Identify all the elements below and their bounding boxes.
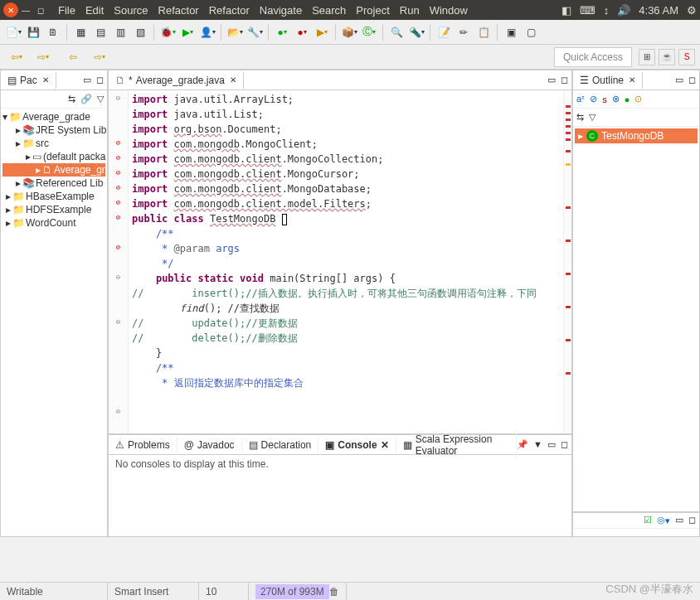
menu-refactor[interactable]: Refactor (209, 4, 250, 17)
minimize-icon[interactable]: ▭ (675, 75, 683, 85)
maximize-icon[interactable]: ◻ (688, 515, 696, 526)
run-button[interactable]: ▶▾ (179, 24, 196, 41)
tree-item[interactable]: ▸📚Referenced Lib (2, 177, 105, 190)
tab-declaration[interactable]: ▤ Declaration (242, 437, 319, 453)
clock[interactable]: 4:36 AM (639, 4, 678, 17)
nav-fwd-button[interactable]: ⇨▾ (32, 49, 55, 65)
dropbox-icon[interactable]: ◧ (561, 4, 571, 17)
maximize-icon[interactable]: ◻ (561, 439, 568, 450)
new-button[interactable]: 📄▾ (5, 24, 22, 41)
maximize-icon[interactable]: ◻ (33, 2, 48, 17)
tree-item[interactable]: ▸🗋Average_gra (2, 163, 105, 177)
tool-6[interactable]: 🔧▾ (246, 24, 263, 41)
tree-item[interactable]: ▸📁src (2, 137, 105, 150)
tool-9[interactable]: 📋 (475, 24, 492, 41)
close-icon[interactable]: ✕ (3, 2, 18, 17)
tree-item[interactable]: ▸📁HBaseExample (2, 190, 105, 203)
code-area[interactable]: import java.util.ArrayList;import java.u… (129, 90, 563, 433)
debug-button[interactable]: 🐞▾ (159, 24, 176, 41)
nav-back-button[interactable]: ⇦▾ (5, 49, 28, 65)
nav-next-button[interactable]: ⇨▾ (88, 49, 111, 65)
nav-last-button[interactable]: ⇦ (61, 49, 85, 65)
overview-ruler[interactable] (563, 90, 571, 433)
display-console-icon[interactable]: ▼ (533, 439, 542, 450)
pin-console-icon[interactable]: 📌 (517, 439, 528, 450)
coverage-button[interactable]: 👤▾ (199, 24, 216, 41)
status-memory[interactable]: 270M of 993M 🗑 (249, 583, 347, 600)
save-all-button[interactable]: 🗎 (45, 24, 61, 41)
tree-item[interactable]: ▸📁HDFSExample (2, 203, 105, 216)
close-icon[interactable]: ✕ (42, 75, 49, 85)
search-button[interactable]: 🔦▾ (408, 24, 425, 41)
quick-access-input[interactable]: Quick Access (554, 47, 632, 67)
close-icon[interactable]: ✕ (230, 75, 236, 85)
tree-item[interactable]: ▸📚JRE System Lib (2, 123, 105, 137)
maximize-icon[interactable]: ◻ (561, 75, 568, 85)
run-green-icon[interactable]: ●▾ (274, 24, 290, 41)
project-root[interactable]: ▾📁Average_grade (2, 110, 105, 123)
menu-search[interactable]: Search (312, 4, 346, 17)
close-icon[interactable]: ✕ (629, 75, 635, 85)
open-type-button[interactable]: 🔍 (388, 24, 405, 41)
scala-perspective-icon[interactable]: S (678, 49, 695, 65)
new-class-button[interactable]: Ⓒ▾ (361, 24, 377, 41)
keyboard-icon[interactable]: ⌨ (580, 4, 595, 17)
tab-problems[interactable]: ⚠ Problems (109, 437, 177, 453)
hide-fields-icon[interactable]: ⊘ (590, 94, 597, 104)
menu-edit[interactable]: Edit (85, 4, 104, 17)
hide-nonpublic-icon[interactable]: ⊗ (612, 94, 620, 104)
tree-item[interactable]: ▸▭(default packa (2, 150, 105, 163)
tasks-icon[interactable]: ☑ (644, 515, 652, 526)
tool-5[interactable]: 📂▾ (226, 24, 243, 41)
menu-refactor[interactable]: Refactor (158, 4, 199, 17)
link-icon[interactable]: ⇆ (576, 112, 584, 123)
tool-8[interactable]: ✏ (455, 24, 472, 41)
editor-tab[interactable]: 🗋 *Average_grade.java ✕ (109, 72, 244, 89)
tab-console[interactable]: ▣ Console ✕ (318, 437, 396, 453)
focus-icon[interactable]: ⊙ (634, 94, 642, 104)
close-icon[interactable]: ✕ (381, 439, 389, 451)
menu-navigate[interactable]: Navigate (260, 4, 302, 17)
tool-10[interactable]: ▣ (503, 24, 519, 41)
view-menu-icon[interactable]: ▽ (97, 94, 104, 104)
minimize-icon[interactable]: ▭ (547, 75, 556, 85)
outline-tab[interactable]: ☰ Outline ✕ (573, 72, 643, 89)
menu-run[interactable]: Run (400, 4, 420, 17)
menu-file[interactable]: File (58, 4, 75, 17)
save-button[interactable]: 💾 (25, 24, 41, 41)
trash-icon[interactable]: 🗑 (329, 586, 339, 598)
minimize-icon[interactable]: ▭ (675, 515, 683, 526)
hide-static-icon[interactable]: s (602, 94, 607, 104)
tool-2[interactable]: ▤ (92, 24, 109, 41)
editor-gutter[interactable]: ⊖⊘⊘⊘⊘⊘⊘⊘⊖⊖⊖ (109, 90, 129, 433)
run-red-icon[interactable]: ●▾ (294, 24, 310, 41)
new-pkg-button[interactable]: 📦▾ (341, 24, 357, 41)
maximize-icon[interactable]: ◻ (688, 75, 696, 85)
minimize-icon[interactable]: ▭ (547, 439, 556, 450)
outline-class-item[interactable]: ▸CTestMongoDB (575, 128, 698, 143)
ext-tools-button[interactable]: ▶▾ (314, 24, 330, 41)
tool-3[interactable]: ▥ (112, 24, 129, 41)
tool-7[interactable]: 📝 (435, 24, 452, 41)
minimize-icon[interactable]: — (18, 2, 33, 17)
tree-item[interactable]: ▸📁WordCount (2, 216, 105, 230)
menu-window[interactable]: Window (430, 4, 468, 17)
gear-icon[interactable]: ⚙ (687, 4, 697, 17)
network-icon[interactable]: ↕ (604, 4, 610, 17)
menu-project[interactable]: Project (356, 4, 389, 17)
view-menu-icon[interactable]: ▽ (589, 112, 595, 123)
volume-icon[interactable]: 🔊 (617, 4, 630, 17)
hide-local-icon[interactable]: ● (625, 94, 630, 104)
tool-4[interactable]: ▧ (132, 24, 148, 41)
menu-source[interactable]: Source (114, 4, 148, 17)
sort-icon[interactable]: aᶻ (576, 94, 585, 104)
maximize-icon[interactable]: ◻ (96, 75, 104, 85)
open-task-icon[interactable]: ◎▾ (657, 515, 670, 526)
collapse-all-icon[interactable]: ⇆ (68, 94, 75, 104)
link-editor-icon[interactable]: 🔗 (80, 94, 92, 104)
tab-javadoc[interactable]: @ Javadoc (177, 437, 242, 453)
minimize-icon[interactable]: ▭ (83, 75, 91, 85)
tool-1[interactable]: ▦ (72, 24, 89, 41)
package-explorer-tab[interactable]: ▤ Pac ✕ (1, 72, 56, 89)
tool-11[interactable]: ▢ (523, 24, 539, 41)
